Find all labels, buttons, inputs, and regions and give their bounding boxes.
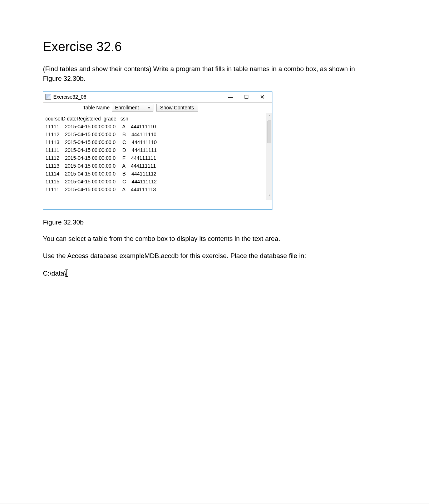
path-text: C:\data\ [43, 269, 66, 278]
scroll-up-icon[interactable]: ˄ [268, 114, 270, 120]
scroll-down-icon[interactable]: ˅ [268, 193, 270, 199]
database-path: C:\data\ [43, 269, 358, 278]
table-name-label: Table Name [83, 105, 110, 110]
chevron-down-icon: ▼ [147, 106, 151, 110]
intro-paragraph: (Find tables and show their contents) Wr… [43, 64, 358, 84]
vertical-scrollbar[interactable]: ˄ ˅ [266, 113, 272, 200]
app-icon [45, 94, 51, 100]
toolbar: Table Name Enrollment ▼ Show Contents [43, 103, 272, 113]
results-textarea[interactable]: courseID dateRegistered grade ssn 11111 … [43, 113, 266, 200]
titlebar: Exercise32_06 — ☐ ✕ [43, 92, 272, 103]
paragraph-after-1: You can select a table from the combo bo… [43, 234, 358, 244]
scroll-thumb[interactable] [267, 120, 271, 143]
window-title: Exercise32_06 [53, 94, 87, 100]
minimize-button[interactable]: — [223, 92, 238, 102]
combo-selected-value: Enrollment [115, 105, 139, 110]
table-name-combo[interactable]: Enrollment ▼ [112, 104, 153, 112]
exercise-heading: Exercise 32.6 [43, 39, 390, 54]
figure-caption: Figure 32.30b [43, 218, 390, 226]
status-strip [43, 203, 272, 209]
paragraph-after-2: Use the Access database exampleMDB.accdb… [43, 251, 358, 261]
show-contents-button[interactable]: Show Contents [156, 104, 198, 112]
maximize-button[interactable]: ☐ [238, 92, 254, 102]
content-area: courseID dateRegistered grade ssn 11111 … [43, 113, 272, 200]
close-button[interactable]: ✕ [254, 92, 270, 102]
text-cursor-icon [66, 270, 67, 277]
app-window: Exercise32_06 — ☐ ✕ Table Name Enrollmen… [43, 92, 272, 210]
